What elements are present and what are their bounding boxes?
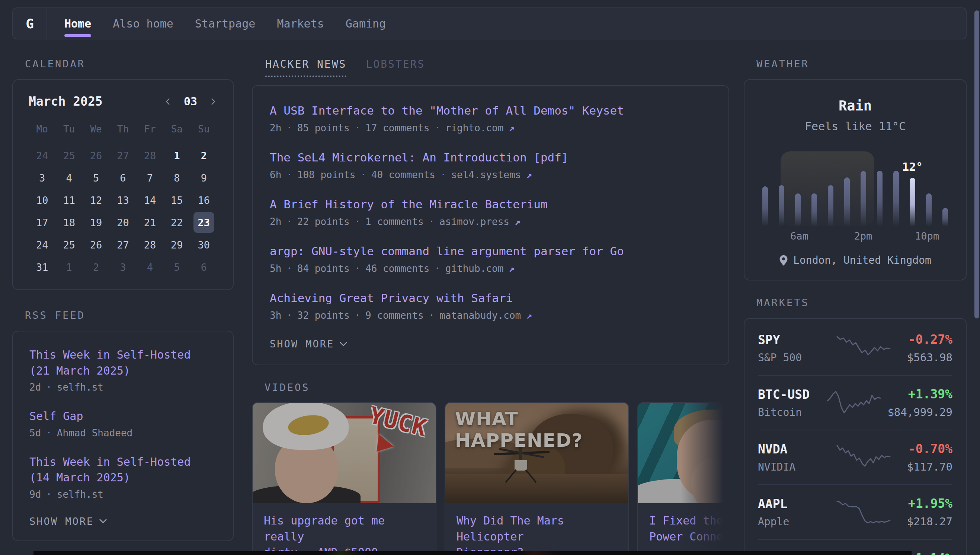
calendar-day[interactable]: 31 — [29, 256, 55, 278]
video-title[interactable]: Why Did The Mars HelicopterDisappear? — [457, 513, 617, 555]
news-show-more-button[interactable]: SHOW MORE — [270, 338, 711, 350]
calendar-day-selected[interactable]: 23 — [191, 211, 217, 234]
calendar-day[interactable]: 1 — [55, 256, 82, 278]
weather-feels-like: Feels like 11°C — [759, 120, 951, 133]
calendar-day-label: 26 — [90, 239, 102, 251]
market-price: $84,999.29 — [887, 406, 953, 419]
calendar-day[interactable]: 17 — [29, 211, 55, 234]
calendar-day[interactable]: 2 — [191, 144, 217, 167]
calendar-day[interactable]: 2 — [83, 256, 109, 278]
external-link-icon[interactable]: ↗ — [526, 310, 532, 321]
calendar-day[interactable]: 9 — [191, 167, 217, 189]
market-symbol: BTC-USD — [758, 387, 820, 402]
calendar-day[interactable]: 20 — [109, 211, 136, 234]
calendar-day[interactable]: 16 — [191, 189, 217, 211]
calendar-day[interactable]: 27 — [109, 144, 136, 167]
app-logo[interactable]: G — [13, 8, 47, 38]
calendar-prev-button[interactable] — [164, 98, 172, 106]
news-item-comments: 17 comments — [366, 122, 429, 133]
calendar-day[interactable]: 13 — [109, 189, 136, 211]
video-card-body: I Fixed the 5Power Connect3d·Linus Tec — [638, 503, 729, 555]
calendar-day[interactable]: 5 — [163, 256, 190, 278]
calendar-day[interactable]: 29 — [163, 234, 190, 256]
market-row-spy[interactable]: SPYS&P 500-0.27%$563.98 — [758, 321, 953, 376]
video-card[interactable]: WHAT HAPPENED?Why Did The Mars Helicopte… — [444, 402, 629, 555]
calendar-day[interactable]: 15 — [163, 189, 190, 211]
market-change: +1.14% — [907, 551, 953, 555]
calendar-day[interactable]: 24 — [29, 234, 55, 256]
calendar-next-button[interactable] — [209, 98, 217, 106]
news-item-title[interactable]: argp: GNU-style command line argument pa… — [270, 244, 711, 258]
external-link-icon[interactable]: ↗ — [515, 216, 521, 227]
tab-lobsters[interactable]: LOBSTERS — [366, 58, 425, 77]
news-item-title[interactable]: A Brief History of the Miracle Bacterium — [270, 197, 711, 211]
calendar-day[interactable]: 6 — [191, 256, 217, 278]
calendar-day[interactable]: 11 — [55, 189, 82, 211]
rss-show-more-button[interactable]: SHOW MORE — [29, 516, 217, 527]
calendar-day[interactable]: 8 — [163, 167, 190, 189]
calendar-day-label: 23 — [194, 212, 214, 233]
calendar-day[interactable]: 28 — [136, 234, 163, 256]
calendar-day[interactable]: 4 — [55, 167, 82, 189]
external-link-icon[interactable]: ↗ — [508, 122, 515, 133]
calendar-day[interactable]: 7 — [136, 167, 163, 189]
calendar-day[interactable]: 1 — [163, 144, 190, 167]
news-item-domain[interactable]: sel4.systems — [451, 169, 521, 180]
weather-location: London, United Kingdom — [793, 254, 931, 266]
news-item-title[interactable]: The SeL4 Microkernel: An Introduction [p… — [270, 151, 711, 164]
calendar-day[interactable]: 18 — [55, 211, 82, 234]
calendar-day[interactable]: 10 — [29, 189, 55, 211]
market-symbol: AAPL — [758, 497, 820, 511]
calendar-day[interactable]: 6 — [109, 167, 136, 189]
calendar-day[interactable]: 14 — [136, 189, 163, 211]
market-row-aapl[interactable]: AAPLApple+1.95%$218.27 — [758, 485, 953, 540]
calendar-day[interactable]: 25 — [55, 234, 82, 256]
calendar-day[interactable]: 12 — [83, 189, 109, 211]
calendar-day[interactable]: 24 — [29, 144, 55, 167]
tab-hacker-news[interactable]: HACKER NEWS — [265, 58, 346, 77]
calendar-day[interactable]: 3 — [29, 167, 55, 189]
news-item-domain[interactable]: asimov.press — [439, 216, 509, 227]
calendar-day[interactable]: 4 — [136, 256, 163, 278]
nav-item-markets[interactable]: Markets — [277, 8, 324, 38]
calendar-day[interactable]: 25 — [55, 144, 82, 167]
market-symbol: SPY — [758, 332, 820, 347]
external-link-icon[interactable]: ↗ — [526, 169, 532, 180]
calendar-day[interactable]: 3 — [109, 256, 136, 278]
news-item-title[interactable]: A USB Interface to the "Mother of All De… — [270, 104, 711, 117]
nav-item-gaming[interactable]: Gaming — [346, 8, 386, 38]
news-item-title[interactable]: Achieving Great Privacy with Safari — [270, 291, 711, 305]
video-title[interactable]: I Fixed the 5Power Connect — [649, 513, 729, 545]
weather-bar-4am — [779, 185, 784, 226]
calendar-day[interactable]: 27 — [109, 234, 136, 256]
rss-item-title[interactable]: Self Gap — [29, 409, 217, 424]
calendar-day[interactable]: 26 — [83, 234, 109, 256]
calendar-day[interactable]: 28 — [136, 144, 163, 167]
news-item-domain[interactable]: righto.com — [445, 122, 504, 133]
calendar-day[interactable]: 5 — [83, 167, 109, 189]
calendar-day[interactable]: 19 — [83, 211, 109, 234]
dot-separator: · — [435, 263, 440, 274]
news-item-domain[interactable]: matanabudy.com — [439, 310, 521, 321]
calendar-day[interactable]: 26 — [83, 144, 109, 167]
calendar-day[interactable]: 22 — [163, 211, 190, 234]
page-scrollbar-thumb[interactable] — [974, 10, 979, 318]
calendar-day[interactable]: 30 — [191, 234, 217, 256]
external-link-icon[interactable]: ↗ — [508, 263, 515, 274]
video-card[interactable]: YUCKHis upgrade got me reallydirty - AMD… — [252, 402, 436, 555]
news-item-domain[interactable]: github.com — [445, 263, 504, 274]
nav-item-also-home[interactable]: Also home — [113, 8, 173, 38]
nav-item-startpage[interactable]: Startpage — [195, 8, 256, 38]
calendar-day[interactable]: 21 — [136, 211, 163, 234]
video-title[interactable]: His upgrade got me reallydirty - AMD $50… — [264, 513, 425, 555]
market-row-btc-usd[interactable]: BTC-USDBitcoin+1.39%$84,999.29 — [758, 376, 953, 430]
calendar-day-label: 30 — [198, 239, 210, 251]
market-row-nvda[interactable]: NVDANVIDIA-0.70%$117.70 — [758, 430, 953, 485]
calendar-day-label: 2 — [201, 150, 207, 162]
rss-item-title[interactable]: This Week in Self-Hosted (21 March 2025) — [29, 347, 217, 379]
calendar-day-label: 14 — [144, 194, 156, 206]
video-title-line: I Fixed the 5 — [649, 513, 729, 529]
nav-item-home[interactable]: Home — [64, 8, 91, 38]
rss-item-title[interactable]: This Week in Self-Hosted (14 March 2025) — [29, 454, 217, 486]
video-card[interactable]: DOTHTI Fixed the 5Power Connect3d·Linus … — [637, 402, 729, 555]
